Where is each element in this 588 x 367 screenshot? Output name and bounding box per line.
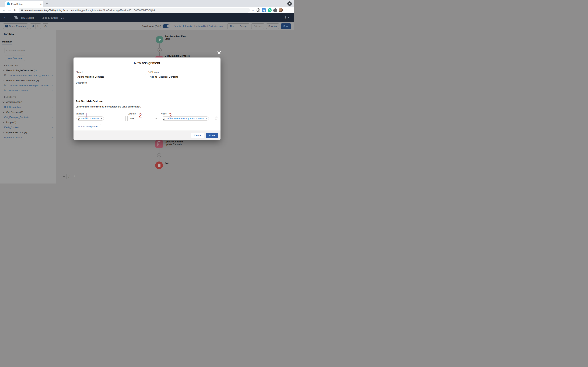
help-menu[interactable]: ?	[279, 13, 294, 22]
address-bar[interactable]: momentum-computing-884.lightning.force.c…	[18, 8, 250, 13]
resource-link[interactable]: Contacts from Get_Example_Contacts	[9, 84, 49, 87]
activate-button[interactable]: Activate	[251, 23, 264, 29]
browser-url-bar: ← → ↻ momentum-computing-884.lightning.f…	[0, 7, 294, 13]
end-node[interactable]	[155, 161, 163, 169]
remove-pill-icon[interactable]: ✕	[205, 117, 207, 120]
back-arrow-button[interactable]: ←	[0, 13, 11, 22]
bookmark-star-icon[interactable]: ☆	[252, 8, 254, 12]
resource-link[interactable]: Modified_Contacts	[9, 89, 28, 92]
forward-button[interactable]: →	[7, 8, 12, 12]
help-icon[interactable]: ?	[285, 16, 286, 19]
tab-search-button[interactable]	[287, 1, 292, 6]
settings-gear-button[interactable]: ⚙	[43, 23, 48, 29]
get-records-title: Get Example Contacts	[165, 55, 190, 57]
debug-button[interactable]: Debug	[237, 24, 249, 29]
resource-group-record-collection[interactable]: Record Collection Variables (2)	[0, 78, 56, 83]
api-name-input[interactable]	[148, 74, 218, 79]
new-resource-button[interactable]: New Resource	[5, 56, 25, 61]
chevron-right-icon[interactable]: ›	[52, 116, 53, 119]
back-button[interactable]: ←	[1, 8, 7, 12]
done-button[interactable]: Done	[206, 133, 218, 138]
delete-assignment-button[interactable]	[214, 116, 218, 121]
chevron-right-icon[interactable]: ›	[52, 136, 53, 139]
element-link[interactable]: Each_Contact	[4, 126, 19, 129]
blue-search-extension-icon[interactable]: Q	[262, 8, 266, 12]
element-link[interactable]: Update_Contacts	[4, 136, 22, 139]
grammarly-extension-icon[interactable]: G	[268, 8, 272, 12]
resource-group-record-single[interactable]: Record (Single) Variables (1)	[0, 68, 56, 73]
variable-combobox[interactable]: (x) Modified_Contacts ✕	[76, 116, 126, 121]
start-node-label: Autolaunched Flow Start	[165, 35, 187, 40]
reload-button[interactable]: ↻	[12, 8, 18, 12]
auto-layout-toggle[interactable]: ✓	[163, 24, 170, 28]
operator-select[interactable]: Add	[127, 116, 159, 121]
cancel-button[interactable]: Cancel	[191, 133, 204, 138]
redo-button[interactable]: ↻	[35, 24, 41, 29]
resource-link[interactable]: Current Item from Loop Each_Contact	[9, 74, 49, 77]
select-elements-label: Select Elements	[9, 25, 26, 27]
flow-title: Loop Example - V1	[42, 16, 64, 19]
browser-menu-icon[interactable]: ⋮	[285, 8, 290, 12]
group-label: Record Collection Variables (2)	[6, 79, 39, 82]
select-elements-icon	[5, 25, 8, 27]
url-domain: momentum-computing-884.lightning.force.c…	[25, 9, 73, 12]
elements-heading: ELEMENTS	[4, 96, 56, 98]
element-item-set-description[interactable]: Set_Description›	[0, 105, 56, 109]
element-item-update-contacts[interactable]: Update_Contacts›	[0, 135, 56, 140]
extensions-puzzle-icon[interactable]	[274, 9, 277, 12]
resource-item-contacts[interactable]: (x)Contacts from Get_Example_Contacts›	[0, 83, 56, 88]
variable-pill-label: Modified_Contacts	[81, 117, 100, 120]
resource-item-current-item[interactable]: (x)Current Item from Loop Each_Contact›	[0, 73, 56, 78]
browser-tab[interactable]: Flow Builder ×	[5, 1, 43, 7]
url-path: /builder_platform_interaction/flowBuilde…	[73, 9, 155, 12]
connector-line	[159, 157, 159, 161]
onepassword-extension-icon[interactable]	[257, 8, 260, 12]
search-input[interactable]	[9, 49, 50, 52]
element-group-get-records[interactable]: Get Records (1)	[0, 109, 56, 115]
chevron-right-icon[interactable]: ›	[52, 126, 53, 129]
element-item-each-contact[interactable]: Each_Contact›	[0, 125, 56, 130]
element-item-get-example-contacts[interactable]: Get_Example_Contacts›	[0, 115, 56, 120]
start-node[interactable]	[156, 36, 164, 43]
update-records-node-label: Update Contacts Update Records	[165, 140, 183, 146]
chevron-right-icon[interactable]: ›	[52, 106, 53, 109]
select-elements-button[interactable]: Select Elements	[3, 23, 28, 29]
element-link[interactable]: Get_Example_Contacts	[4, 116, 29, 118]
element-link[interactable]: Set_Description	[4, 106, 21, 108]
run-button[interactable]: Run	[227, 24, 237, 29]
resources-heading: RESOURCES	[4, 64, 56, 67]
flow-search-box[interactable]	[5, 48, 51, 53]
remove-pill-icon[interactable]: ✕	[100, 117, 102, 120]
description-textarea[interactable]	[76, 85, 218, 94]
browser-profile-avatar[interactable]	[279, 8, 283, 12]
chevron-right-icon[interactable]: ›	[52, 74, 53, 77]
new-tab-button[interactable]: +	[46, 2, 48, 5]
element-group-update-records[interactable]: Update Records (1)	[0, 130, 56, 135]
save-button[interactable]: Save	[281, 23, 291, 29]
modal-close-button[interactable]	[217, 51, 221, 55]
tab-close-icon[interactable]: ×	[40, 3, 42, 5]
element-group-loops[interactable]: Loops (1)	[0, 120, 56, 125]
end-node-title: End	[165, 162, 169, 165]
add-element-button[interactable]: +	[157, 153, 161, 157]
zoom-in-button[interactable]: +	[72, 174, 77, 179]
label-input[interactable]	[76, 74, 146, 79]
salesforce-favicon-icon	[7, 3, 10, 5]
chevron-right-icon[interactable]: ›	[52, 89, 53, 92]
add-element-button[interactable]: +	[157, 48, 162, 52]
chevron-right-icon[interactable]: ›	[52, 84, 53, 87]
zoom-out-button[interactable]: −	[61, 174, 67, 179]
add-assignment-button[interactable]: + Add Assignment	[76, 124, 101, 129]
variable-icon: (x)	[4, 84, 6, 86]
modal-footer: Cancel Done	[73, 131, 221, 140]
resource-item-modified-contacts[interactable]: (x)Modified_Contacts›	[0, 88, 56, 93]
tab-manager[interactable]: Manager	[2, 40, 12, 45]
undo-button[interactable]: ↺	[30, 24, 35, 29]
variable-pill[interactable]: (x) Modified_Contacts ✕	[77, 117, 104, 121]
update-records-node[interactable]	[155, 140, 163, 148]
element-group-assignments[interactable]: Assignments (1)	[0, 100, 56, 105]
start-node-title: Autolaunched Flow	[165, 35, 187, 38]
save-as-button[interactable]: Save As	[266, 23, 279, 29]
padlock-icon[interactable]	[21, 10, 23, 11]
zoom-fit-button[interactable]: ↙↗	[67, 174, 72, 179]
